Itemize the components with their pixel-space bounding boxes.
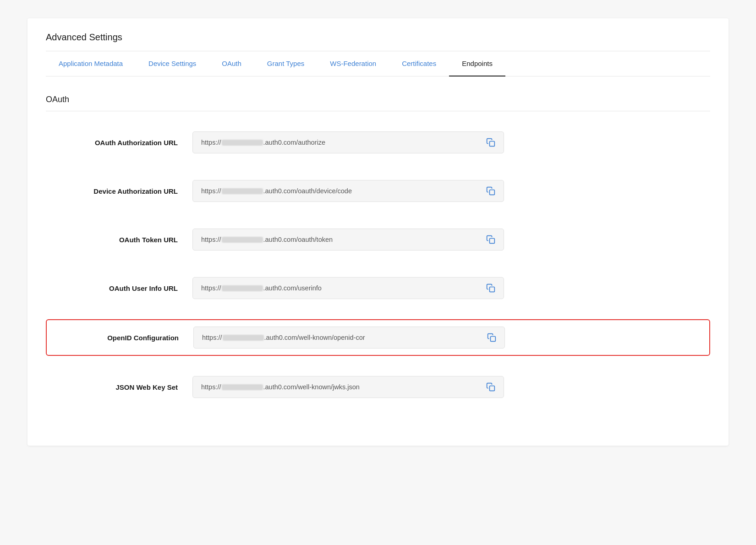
url-prefix: https:// xyxy=(201,139,221,146)
endpoint-value-device-authorization-url: https://.auth0.com/oauth/device/code xyxy=(192,180,504,202)
copy-button-oauth-authorization-url[interactable] xyxy=(484,136,497,149)
url-blurred-tenant xyxy=(222,285,263,291)
endpoint-value-openid-configuration: https://.auth0.com/well-known/openid-cor xyxy=(193,327,505,349)
copy-icon xyxy=(486,138,495,147)
svg-rect-3 xyxy=(490,287,495,292)
url-suffix: .auth0.com/well-known/openid-cor xyxy=(264,334,365,341)
copy-icon xyxy=(486,186,495,196)
section-title: OAuth xyxy=(46,95,710,111)
url-suffix: .auth0.com/oauth/device/code xyxy=(263,187,352,195)
endpoint-value-oauth-user-info-url: https://.auth0.com/userinfo xyxy=(192,277,504,299)
endpoint-label-oauth-token-url: OAuth Token URL xyxy=(55,236,192,244)
svg-rect-0 xyxy=(490,142,495,147)
tab-ws-federation[interactable]: WS-Federation xyxy=(317,51,389,76)
tab-grant-types[interactable]: Grant Types xyxy=(254,51,317,76)
endpoint-value-oauth-token-url: https://.auth0.com/oauth/token xyxy=(192,229,504,251)
endpoint-label-openid-configuration: OpenID Configuration xyxy=(56,334,193,342)
url-prefix: https:// xyxy=(202,334,222,341)
svg-rect-2 xyxy=(490,239,495,244)
url-suffix: .auth0.com/authorize xyxy=(263,139,325,146)
tab-endpoints[interactable]: Endpoints xyxy=(449,51,505,76)
url-blurred-tenant xyxy=(222,237,263,243)
url-prefix: https:// xyxy=(201,187,221,195)
url-blurred-tenant xyxy=(222,140,263,146)
endpoint-row-device-authorization-url: Device Authorization URLhttps://.auth0.c… xyxy=(46,174,710,208)
endpoint-row-oauth-authorization-url: OAuth Authorization URLhttps://.auth0.co… xyxy=(46,125,710,160)
endpoint-label-device-authorization-url: Device Authorization URL xyxy=(55,187,192,195)
copy-icon xyxy=(486,382,495,392)
url-prefix: https:// xyxy=(201,236,221,243)
endpoint-row-oauth-token-url: OAuth Token URLhttps://.auth0.com/oauth/… xyxy=(46,222,710,257)
tabs-nav: Application MetadataDevice SettingsOAuth… xyxy=(46,51,710,76)
endpoint-row-openid-configuration: OpenID Configurationhttps://.auth0.com/w… xyxy=(46,319,710,356)
copy-icon xyxy=(486,283,495,293)
endpoint-value-oauth-authorization-url: https://.auth0.com/authorize xyxy=(192,131,504,153)
url-blurred-tenant xyxy=(222,384,263,390)
endpoint-value-json-web-key-set: https://.auth0.com/well-known/jwks.json xyxy=(192,376,504,398)
endpoint-label-json-web-key-set: JSON Web Key Set xyxy=(55,383,192,391)
endpoint-input-wrap-device-authorization-url: https://.auth0.com/oauth/device/code xyxy=(192,180,504,202)
endpoint-label-oauth-user-info-url: OAuth User Info URL xyxy=(55,284,192,292)
svg-rect-4 xyxy=(491,337,496,342)
endpoint-input-wrap-oauth-token-url: https://.auth0.com/oauth/token xyxy=(192,229,504,251)
copy-button-json-web-key-set[interactable] xyxy=(484,381,497,393)
page-title: Advanced Settings xyxy=(46,32,710,51)
url-prefix: https:// xyxy=(201,284,221,292)
endpoint-row-json-web-key-set: JSON Web Key Sethttps://.auth0.com/well-… xyxy=(46,370,710,404)
url-blurred-tenant xyxy=(222,188,263,194)
copy-button-device-authorization-url[interactable] xyxy=(484,185,497,197)
svg-rect-5 xyxy=(490,386,495,391)
endpoint-input-wrap-openid-configuration: https://.auth0.com/well-known/openid-cor xyxy=(193,327,505,349)
copy-icon xyxy=(486,235,495,244)
copy-button-oauth-token-url[interactable] xyxy=(484,233,497,246)
endpoint-input-wrap-json-web-key-set: https://.auth0.com/well-known/jwks.json xyxy=(192,376,504,398)
url-suffix: .auth0.com/well-known/jwks.json xyxy=(263,383,360,391)
copy-icon xyxy=(487,333,496,342)
copy-button-openid-configuration[interactable] xyxy=(485,331,498,344)
url-blurred-tenant xyxy=(223,335,264,341)
endpoint-input-wrap-oauth-user-info-url: https://.auth0.com/userinfo xyxy=(192,277,504,299)
tab-device-settings[interactable]: Device Settings xyxy=(136,51,209,76)
tab-certificates[interactable]: Certificates xyxy=(389,51,449,76)
svg-rect-1 xyxy=(490,190,495,195)
url-suffix: .auth0.com/userinfo xyxy=(263,284,322,292)
endpoint-label-oauth-authorization-url: OAuth Authorization URL xyxy=(55,139,192,147)
url-suffix: .auth0.com/oauth/token xyxy=(263,236,333,243)
url-prefix: https:// xyxy=(201,383,221,391)
endpoint-input-wrap-oauth-authorization-url: https://.auth0.com/authorize xyxy=(192,131,504,153)
tab-oauth[interactable]: OAuth xyxy=(209,51,254,76)
endpoint-row-oauth-user-info-url: OAuth User Info URLhttps://.auth0.com/us… xyxy=(46,271,710,305)
settings-panel: Advanced Settings Application MetadataDe… xyxy=(27,18,729,446)
copy-button-oauth-user-info-url[interactable] xyxy=(484,282,497,294)
endpoints-container: OAuth Authorization URLhttps://.auth0.co… xyxy=(46,125,710,404)
tab-application-metadata[interactable]: Application Metadata xyxy=(46,51,136,76)
